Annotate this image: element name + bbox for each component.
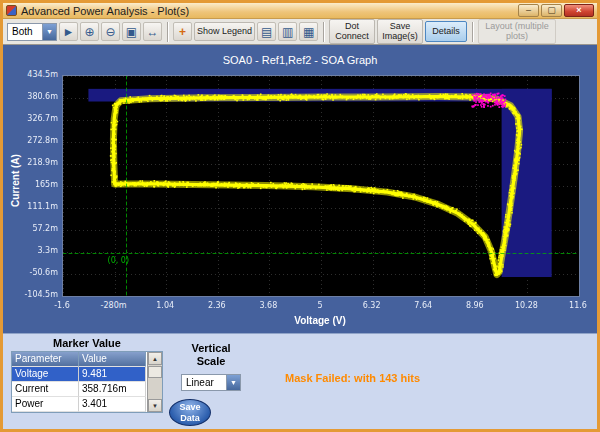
show-legend-button[interactable]: Show Legend [194,22,255,41]
dot-connect-button[interactable]: Dot Connect [329,19,375,45]
mask-status-text: Mask Failed: with 143 hits [285,372,420,384]
y-tick-label: 434.5m [3,70,58,79]
x-tick-label: -1.6 [39,301,85,310]
minimize-button[interactable]: – [518,4,539,17]
vertical-scale-label: Vertical Scale [179,342,243,368]
save-data-label: Save Data [176,402,204,423]
x-tick-label: 7.64 [400,301,446,310]
cell-value: 3.401 [79,397,146,412]
chevron-down-icon[interactable]: ▼ [226,375,240,390]
toolbar-separator [472,22,473,42]
cell-parameter: Voltage [12,367,79,382]
pan-icon[interactable]: ↔ [143,22,162,41]
x-tick-label: 6.32 [349,301,395,310]
titlebar: Advanced Power Analysis - Plot(s) – ▢ × [3,3,597,19]
y-tick-label: 57.2m [3,224,58,233]
window-title: Advanced Power Analysis - Plot(s) [21,5,514,17]
cell-parameter: Power [12,397,79,412]
plot-style-bars-icon[interactable]: ▤ [257,22,276,41]
maximize-button[interactable]: ▢ [541,4,562,17]
table-row[interactable]: Current 358.716m [12,382,147,397]
table-scrollbar[interactable]: ▲ ▼ [147,352,162,412]
table-row[interactable]: Power 3.401 [12,397,147,412]
zoom-in-icon[interactable]: ⊕ [80,22,99,41]
scroll-up-icon[interactable]: ▲ [148,352,162,365]
x-tick-label: 1.04 [142,301,188,310]
scrollbar-track[interactable] [148,365,162,399]
plot-source-value: Both [8,24,42,40]
app-icon [6,5,17,16]
plot-style-grid-icon[interactable]: ▦ [299,22,318,41]
x-tick-label: 8.96 [452,301,498,310]
plot-title: SOA0 - Ref1,Ref2 - SOA Graph [3,54,597,66]
close-button[interactable]: × [564,4,594,17]
y-tick-label: -50.6m [3,268,58,277]
cell-value: 358.716m [79,382,146,397]
x-tick-label: 3.68 [245,301,291,310]
details-button[interactable]: Details [425,21,467,42]
y-tick-label: 326.7m [3,114,58,123]
soa-plot-canvas[interactable] [62,75,580,297]
x-tick-label: -280m [91,301,137,310]
vertical-scale-select[interactable]: Linear ▼ [181,374,241,391]
crosshair-icon[interactable]: + [173,22,192,41]
x-tick-label: 10.28 [503,301,549,310]
marker-value-table: Parameter Value Voltage 9.481 Current 35… [11,351,163,413]
save-images-button[interactable]: Save Image(s) [377,19,423,45]
y-tick-label: 218.9m [3,158,58,167]
y-tick-label: 3.3m [3,246,58,255]
plot-panel: SOA0 - Ref1,Ref2 - SOA Graph Current (A)… [3,45,597,333]
cell-parameter: Current [12,382,79,397]
y-tick-label: 272.8m [3,136,58,145]
vertical-scale-value: Linear [182,375,226,390]
toolbar-separator [323,22,324,42]
chevron-down-icon[interactable]: ▼ [42,24,56,40]
x-tick-label: 2.36 [194,301,240,310]
y-tick-label: 165m [3,180,58,189]
table-row[interactable]: Voltage 9.481 [12,367,147,382]
zoom-box-icon[interactable]: ▣ [122,22,141,41]
table-header-row: Parameter Value [12,352,147,367]
save-data-button[interactable]: Save Data [169,399,211,426]
plot-style-columns-icon[interactable]: ▥ [278,22,297,41]
y-tick-label: 380.6m [3,92,58,101]
app-window: Advanced Power Analysis - Plot(s) – ▢ × … [0,0,600,432]
cell-value: 9.481 [79,367,146,382]
bottom-panel: Marker Value Parameter Value Voltage 9.4… [3,333,597,429]
toolbar: Both ▼ ► ⊕ ⊖ ▣ ↔ + Show Legend ▤ ▥ ▦ Dot… [3,19,597,45]
y-tick-label: 111.1m [3,202,58,211]
y-tick-label: -104.5m [3,290,58,299]
plot-source-select[interactable]: Both ▼ [7,23,57,41]
column-header-value: Value [79,352,146,367]
x-tick-label: 5 [297,301,343,310]
x-tick-label: 11.6 [555,301,600,310]
marker-value-title: Marker Value [11,337,163,349]
layout-button: Layout (multiple plots) [478,19,556,45]
zoom-out-icon[interactable]: ⊖ [101,22,120,41]
scrollbar-thumb[interactable] [148,366,162,378]
pointer-icon[interactable]: ► [59,22,78,41]
toolbar-separator [167,22,168,42]
scroll-down-icon[interactable]: ▼ [148,399,162,412]
column-header-parameter: Parameter [12,352,79,367]
x-axis-title: Voltage (V) [62,315,578,326]
